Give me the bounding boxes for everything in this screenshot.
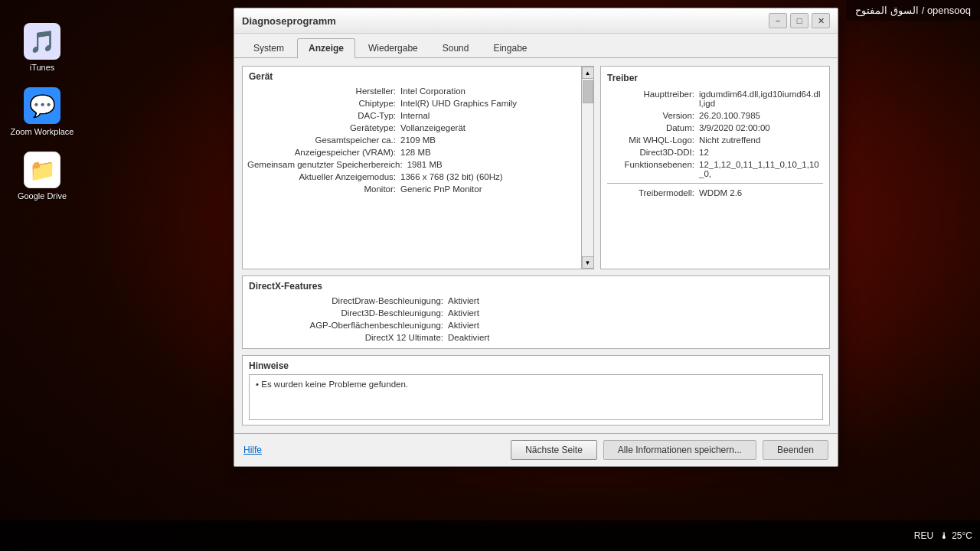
directx-section: DirectX-Features DirectDraw-Beschleunigu… — [242, 276, 830, 349]
zoom-label: Zoom Workplace — [11, 127, 74, 136]
bottom-bar: Hilfe Nächste Seite Alle Informationen s… — [234, 433, 838, 466]
taskbar: REU 🌡 25°C — [0, 520, 980, 551]
gerat-panel: Gerät Hersteller: Intel Corporation Chip… — [242, 66, 594, 269]
table-row: Version: 26.20.100.7985 — [607, 109, 823, 122]
hinweise-box: Es wurden keine Probleme gefunden. — [249, 374, 823, 420]
table-row: Datum: 3/9/2020 02:00:00 — [607, 122, 823, 134]
scroll-up-arrow[interactable]: ▲ — [582, 67, 594, 79]
table-row: DirectX 12 Ultimate: Deaktiviert — [249, 331, 823, 344]
table-row: Chiptype: Intel(R) UHD Graphics Family — [247, 97, 589, 109]
window-title: Diagnoseprogramm — [242, 15, 336, 27]
gerat-title: Gerät — [243, 67, 593, 85]
save-button[interactable]: Alle Informationen speichern... — [603, 440, 756, 460]
window-controls: − □ ✕ — [769, 13, 830, 28]
table-row: Mit WHQL-Logo: Nicht zutreffend — [607, 134, 823, 146]
table-row: Direct3D-Beschleunigung: Aktiviert — [249, 307, 823, 319]
table-row: DirectDraw-Beschleunigung: Aktiviert — [249, 295, 823, 307]
table-row: Aktueller Anzeigemodus: 1366 x 768 (32 b… — [247, 171, 589, 183]
gerat-table: Hersteller: Intel Corporation Chiptype: … — [243, 85, 593, 195]
hinweise-title: Hinweise — [249, 360, 823, 371]
table-row: Monitor: Generic PnP Monitor — [247, 183, 589, 195]
desktop-icons: 🎵 iTunes 💬 Zoom Workplace 📁 Google Drive — [0, 15, 84, 208]
button-group: Nächste Seite Alle Informationen speiche… — [511, 440, 828, 460]
temperature-text: 25°C — [952, 530, 972, 541]
taskbar-right: REU 🌡 25°C — [914, 530, 972, 541]
scroll-thumb[interactable] — [583, 80, 593, 103]
scroll-down-arrow[interactable]: ▼ — [582, 256, 594, 269]
tab-wiedergabe[interactable]: Wiedergabe — [357, 38, 430, 57]
minimize-button[interactable]: − — [769, 13, 787, 28]
temperature-display: 🌡 25°C — [939, 530, 972, 541]
tab-bar: System Anzeige Wiedergabe Sound Eingabe — [234, 34, 838, 58]
itunes-label: iTunes — [30, 63, 55, 72]
table-row: Gerätetype: Vollanzeigegerät — [247, 122, 589, 134]
google-drive-icon[interactable]: 📁 Google Drive — [8, 152, 77, 201]
table-row: Hersteller: Intel Corporation — [247, 85, 589, 97]
table-row: Treibermodell: WDDM 2.6 — [607, 187, 823, 199]
table-row: Anzeigespeicher (VRAM): 128 MB — [247, 146, 589, 158]
next-page-button[interactable]: Nächste Seite — [511, 440, 597, 460]
table-row: Funktionsebenen: 12_1,12_0,11_1,11_0,10_… — [607, 158, 823, 180]
hilfe-button[interactable]: Hilfe — [243, 445, 262, 455]
tab-anzeige[interactable]: Anzeige — [297, 38, 355, 58]
directx-table: DirectDraw-Beschleunigung: Aktiviert Dir… — [249, 295, 823, 344]
table-row: DAC-Typ: Internal — [247, 109, 589, 122]
google-drive-label: Google Drive — [18, 191, 67, 201]
treiber-table: Haupttreiber: igdumdim64.dll,igd10iumd64… — [607, 88, 823, 199]
title-bar: Diagnoseprogramm − □ ✕ — [234, 8, 838, 34]
itunes-icon[interactable]: 🎵 iTunes — [8, 23, 77, 72]
table-row: Gemeinsam genutzter Speicherbereich: 198… — [247, 158, 589, 171]
table-row: Gesamtspeicher ca.: 2109 MB — [247, 134, 589, 146]
arabic-watermark: السوق المفتوح / opensooq — [846, 0, 980, 21]
tab-eingabe[interactable]: Eingabe — [482, 38, 538, 57]
table-row: Direct3D-DDI: 12 — [607, 146, 823, 158]
zoom-icon[interactable]: 💬 Zoom Workplace — [8, 87, 77, 136]
treiber-panel: Treiber Haupttreiber: igdumdim64.dll,igd… — [600, 66, 830, 269]
close-window-button[interactable]: ✕ — [812, 13, 830, 28]
beenden-button[interactable]: Beenden — [763, 440, 828, 460]
temperature-value: 🌡 — [939, 530, 949, 541]
driver-divider — [607, 183, 823, 184]
dialog-window: Diagnoseprogramm − □ ✕ System Anzeige Wi… — [234, 8, 838, 467]
content-area: Gerät Hersteller: Intel Corporation Chip… — [234, 58, 838, 433]
hinweise-item: Es wurden keine Probleme gefunden. — [256, 380, 816, 389]
table-row: Haupttreiber: igdumdim64.dll,igd10iumd64… — [607, 88, 823, 109]
directx-title: DirectX-Features — [249, 281, 823, 292]
table-row: AGP-Oberflächenbeschleunigung: Aktiviert — [249, 319, 823, 331]
treiber-title: Treiber — [607, 73, 823, 83]
maximize-button[interactable]: □ — [790, 13, 808, 28]
tab-system[interactable]: System — [242, 38, 296, 57]
taskbar-label: REU — [914, 530, 933, 541]
hinweise-section: Hinweise Es wurden keine Probleme gefund… — [242, 355, 830, 425]
tab-sound[interactable]: Sound — [431, 38, 481, 57]
scrollbar[interactable]: ▲ ▼ — [581, 67, 593, 269]
